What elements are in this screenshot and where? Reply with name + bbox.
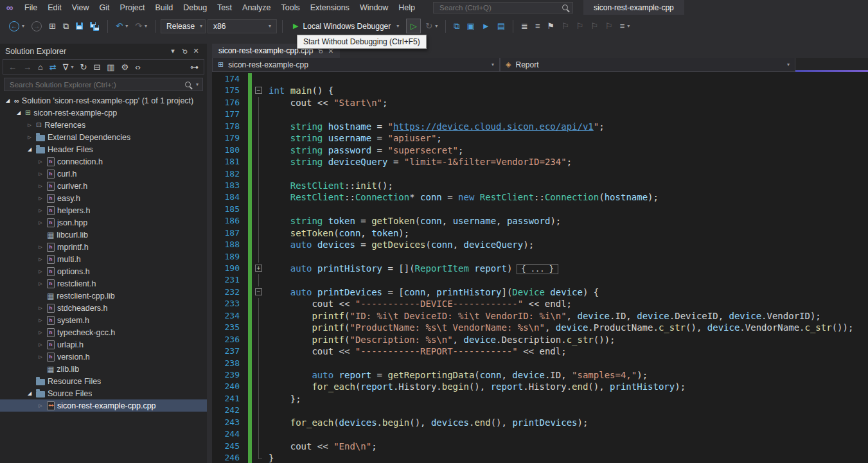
tree-item-sicon-rest-example-cpp[interactable]: ◢⊞sicon-rest-example-cpp [0,107,207,119]
tree-item-curl-h[interactable]: ▷hcurl.h [0,168,207,180]
code-line-237[interactable]: 237 cout << "-----------REPORT----------… [212,345,868,357]
tree-item-helpers-h[interactable]: ▷hhelpers.h [0,204,207,216]
window-position-button[interactable]: ▾ [167,47,179,55]
track-active-item-button[interactable]: ⊶ [190,63,199,71]
code-line-233[interactable]: 233 cout << "-----------DEVICE----------… [212,298,868,310]
close-icon[interactable]: ✕ [190,47,202,55]
code-line-239[interactable]: 239 auto report = getReportingData(conn,… [212,369,868,381]
tree-item-multi-h[interactable]: ▷hmulti.h [0,253,207,265]
code-line-183[interactable]: 183 RestClient::init(); [212,180,868,191]
line-number[interactable]: 187 [212,227,248,239]
tree-item-options-h[interactable]: ▷hoptions.h [0,265,207,277]
code-editor[interactable]: 174175−int main() {176 cout << "Start\n"… [212,72,868,463]
code-line-231[interactable]: 231 [212,274,868,286]
chevron-collapsed-icon[interactable]: ▷ [37,354,44,360]
code-line-241[interactable]: 241 }; [212,393,868,405]
chevron-collapsed-icon[interactable]: ▷ [37,342,44,347]
menu-project[interactable]: Project [115,0,150,15]
menu-edit[interactable]: Edit [42,0,67,15]
menu-file[interactable]: File [19,0,42,15]
line-number[interactable]: 178 [212,121,248,132]
chevron-collapsed-icon[interactable]: ▷ [37,257,44,262]
code-line-243[interactable]: 243 for_each(devices.begin(), devices.en… [212,417,868,428]
code-line-185[interactable]: 185 [212,204,868,215]
line-number[interactable]: 237 [212,345,248,357]
chevron-collapsed-icon[interactable]: ▷ [37,269,44,274]
tree-item-libcurl-lib[interactable]: ▦libcurl.lib [0,229,207,241]
fold-collapse-button[interactable]: − [254,85,265,96]
tree-item-restclient-cpp-lib[interactable]: ▦restclient-cpp.lib [0,290,207,302]
line-number[interactable]: 246 [212,452,248,463]
chevron-expanded-icon[interactable]: ◢ [26,390,33,396]
refresh-button[interactable]: ↻ [80,63,87,71]
line-number[interactable]: 185 [212,204,248,215]
code-line-244[interactable]: 244 [212,428,868,440]
tree-item-external-dependencies[interactable]: ▷External Dependencies [0,131,207,143]
hot-reload-button[interactable]: ↻ ▾ [423,21,440,31]
solution-configuration-dropdown[interactable]: Release ▾ [161,19,206,33]
line-number[interactable]: 175 [212,85,248,96]
chevron-collapsed-icon[interactable]: ▷ [37,318,44,323]
line-number[interactable]: 181 [212,156,248,168]
line-number[interactable]: 241 [212,393,248,405]
tree-item-urlapi-h[interactable]: ▷hurlapi.h [0,338,207,351]
line-number[interactable]: 235 [212,322,248,333]
line-number[interactable]: 179 [212,132,248,144]
start-debugging-button[interactable]: ▶ Local Windows Debugger ▾ [288,21,404,32]
tree-item-system-h[interactable]: ▷hsystem.h [0,314,207,326]
code-line-174[interactable]: 174 [212,73,868,85]
line-number[interactable]: 231 [212,274,248,286]
line-number[interactable]: 242 [212,405,248,416]
menu-build[interactable]: Build [150,0,178,15]
tree-item-zlib-lib[interactable]: ▦zlib.lib [0,363,207,375]
code-line-189[interactable]: 189 [212,251,868,263]
fold-expand-button[interactable]: + [254,263,265,274]
code-line-238[interactable]: 238 [212,358,868,369]
scope-dropdown[interactable]: ⊞ sicon-rest-example-cpp ▾ [212,58,500,72]
tree-item-curlver-h[interactable]: ▷hcurlver.h [0,180,207,192]
code-line-240[interactable]: 240 for_each(report.History.begin(), rep… [212,381,868,392]
save-button[interactable] [73,21,85,31]
chevron-expanded-icon[interactable]: ◢ [15,110,22,116]
navigate-to-button[interactable]: ► [479,21,493,31]
chevron-collapsed-icon[interactable]: ▷ [37,306,44,311]
chevron-collapsed-icon[interactable]: ▷ [37,403,44,408]
line-number[interactable]: 174 [212,73,248,85]
chevron-expanded-icon[interactable]: ◢ [4,98,12,103]
quick-search[interactable] [433,2,573,13]
show-output-button[interactable]: ▣ [465,21,477,31]
toolbar-options-button[interactable]: ≡ ▾ [617,21,633,31]
panel-splitter[interactable] [207,44,212,463]
code-line-179[interactable]: 179 string username = "apiuser"; [212,132,868,144]
solution-explorer-search[interactable]: ▾ [4,78,203,91]
redo-button[interactable]: ↷ ▾ [132,21,150,31]
comment-button[interactable]: ≣ [518,21,531,31]
tree-item-header-files[interactable]: ◢Header Files [0,143,207,155]
open-file-button[interactable]: ⧉ [60,21,71,31]
chevron-expanded-icon[interactable]: ◢ [26,146,33,152]
chevron-collapsed-icon[interactable]: ▷ [37,208,44,213]
code-line-232[interactable]: 232− auto printDevices = [conn, printHis… [212,286,868,298]
tree-item-sicon-rest-example-cpp-cpp[interactable]: ▷++sicon-rest-example-cpp.cpp [0,399,207,412]
line-number[interactable]: 238 [212,358,248,369]
code-line-190[interactable]: 190+ auto printHistory = [](ReportItem r… [212,263,868,274]
member-dropdown[interactable]: ◈ Report ▾ [500,58,795,72]
prev-bookmark-button[interactable]: ⚐ [559,21,572,31]
solution-platform-dropdown[interactable]: x86 ▾ [208,19,277,33]
chevron-collapsed-icon[interactable]: ▷ [26,135,33,140]
tree-item-resource-files[interactable]: Resource Files [0,375,207,387]
menu-analyze[interactable]: Analyze [237,0,276,15]
code-line-186[interactable]: 186 string token = getToken(conn, userna… [212,215,868,227]
collapsed-region[interactable]: { ... } [517,264,558,274]
tree-item-solution-sicon-rest-example-cpp-1-of-1-project[interactable]: ◢∞Solution 'sicon-rest-example-cpp' (1 o… [0,94,207,107]
menu-extensions[interactable]: Extensions [305,0,355,15]
chevron-collapsed-icon[interactable]: ▷ [37,184,44,189]
tree-item-stdcheaders-h[interactable]: ▷hstdcheaders.h [0,302,207,314]
menu-view[interactable]: View [67,0,94,15]
chevron-collapsed-icon[interactable]: ▷ [37,159,44,164]
next-bookmark-button[interactable]: ⚐ [574,21,587,31]
properties-button[interactable]: ⚙ [121,63,129,71]
line-number[interactable]: 239 [212,369,248,381]
tree-item-json-hpp[interactable]: ▷hjson.hpp [0,216,207,229]
code-line-176[interactable]: 176 cout << "Start\n"; [212,97,868,109]
